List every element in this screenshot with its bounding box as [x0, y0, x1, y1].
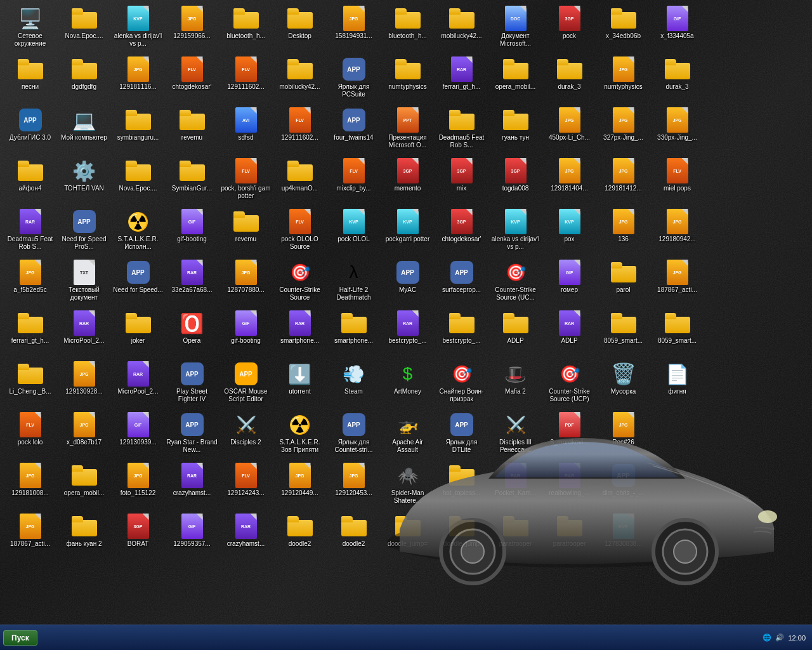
desktop-icon-129181412[interactable]: JPG 129181412...	[596, 156, 650, 206]
desktop-icon-symbianguru[interactable]: symbianguru...	[111, 105, 165, 156]
desktop-icon-counter_strike[interactable]: 🎯 Counter-Strike Source	[273, 257, 327, 308]
desktop-icon-tонtел_van[interactable]: ⚙️ ТОНТЕЛ VAN	[57, 156, 111, 206]
desktop-icon-bestcrypto2[interactable]: bestcrypto_...	[435, 308, 488, 359]
desktop-icon-a_f5b2ed5c[interactable]: JPG a_f5b2ed5c	[3, 257, 57, 308]
desktop-icon-guan_tun[interactable]: гуань тун	[488, 105, 542, 156]
desktop-icon-surfaceprop[interactable]: APP surfaceprop...	[435, 257, 488, 308]
desktop-icon-mobilucky42b[interactable]: mobilucky42...	[435, 3, 488, 54]
desktop-icon-sdfsd[interactable]: AVI sdfsd	[219, 105, 273, 156]
desktop-icon-8059_smart[interactable]: 8059_smart...	[596, 308, 650, 359]
desktop-icon-alenka_vs_dirijav1[interactable]: KVP alenka vs dirijav'l vs p...	[111, 3, 165, 54]
desktop-icon-disciples2[interactable]: ⚔️ Disciples 2	[219, 409, 273, 460]
desktop-icon-play_street[interactable]: APP Play Street Fighter IV	[165, 359, 219, 409]
desktop-icon-togda008[interactable]: 3GP togda008	[488, 156, 542, 206]
desktop-icon-pockgarri[interactable]: KVP pockgarri potter	[381, 206, 435, 257]
desktop-icon-mix[interactable]: 3GP mix	[435, 156, 488, 206]
desktop-icon-129059357[interactable]: GIF 129059357...	[165, 511, 219, 562]
desktop-icon-129111602[interactable]: FLV 129111602...	[219, 54, 273, 105]
desktop-icon-up4kmanO[interactable]: up4kmanO...	[273, 156, 327, 206]
desktop-icon-mobilucky42[interactable]: mobilucky42...	[273, 54, 327, 105]
desktop-icon-crazyhamst2[interactable]: RAR crazyhamst...	[219, 511, 273, 562]
desktop-icon-stalker2[interactable]: ☢️ S.T.A.L.K.E.R. Зов Припяти	[273, 409, 327, 460]
desktop-icon-129124243[interactable]: FLV 129124243...	[219, 460, 273, 511]
desktop-icon-158194931[interactable]: JPG 158194931...	[327, 3, 381, 54]
desktop-icon-pock_lolo[interactable]: FLV pock lolo	[3, 409, 57, 460]
desktop-icon-yarlyk_pcsuite[interactable]: APP Ярлык для PCSuite	[327, 54, 381, 105]
desktop-icon-ferrari_gt_h2[interactable]: RAR ferrari_gt_h...	[435, 54, 488, 105]
desktop-icon-187867_acti[interactable]: JPG 187867_acti...	[3, 511, 57, 562]
desktop-icon-450px_li_ch[interactable]: JPG 450px-Li_Ch...	[542, 105, 596, 156]
desktop-icon-li_cheng[interactable]: Li_Cheng._B...	[3, 359, 57, 409]
desktop-icon-187867_acti2[interactable]: JPG 187867_acti...	[650, 257, 704, 308]
desktop-icon-129111602b[interactable]: FLV 129111602...	[273, 105, 327, 156]
start-button[interactable]: Пуск	[3, 630, 37, 646]
desktop-icon-alenka_vs2[interactable]: KVP alenka vs dirijav'l vs p...	[488, 206, 542, 257]
desktop-icon-deadmau5[interactable]: RAR Deadmau5 Feat Rob S...	[3, 206, 57, 257]
desktop-icon-gif_booting2[interactable]: GIF gif-booting	[219, 308, 273, 359]
tray-volume-icon[interactable]: 🔊	[775, 633, 784, 642]
desktop-icon-utorrent[interactable]: ⬇️ utorrent	[273, 359, 327, 409]
desktop-icon-327px_jing[interactable]: JPG 327px-Jing_...	[596, 105, 650, 156]
desktop-icon-halflife2[interactable]: λ Half-Life 2 Deathmatch	[327, 257, 381, 308]
desktop-icon-numtyphysics2[interactable]: JPG numtyphysics	[596, 54, 650, 105]
desktop-icon-pock_ololo[interactable]: FLV pock OLOLO Source	[273, 206, 327, 257]
desktop-icon-smartphone2[interactable]: smartphone...	[327, 308, 381, 359]
desktop-icon-bluetooth_h[interactable]: bluetooth_h...	[219, 3, 273, 54]
desktop-icon-miel_pops[interactable]: FLV miel pops	[650, 156, 704, 206]
desktop-icon-numtyphysics[interactable]: numtyphysics	[381, 54, 435, 105]
desktop-icon-gif_booting[interactable]: GIF gif-booting	[165, 206, 219, 257]
desktop-icon-8059_smart2[interactable]: 8059_smart...	[650, 308, 704, 359]
desktop-icon-revemu[interactable]: revemu	[165, 105, 219, 156]
desktop-icon-four_twains14[interactable]: APP four_twains14	[327, 105, 381, 156]
desktop-icon-prezentacia[interactable]: PPT Презентация Microsoft O...	[381, 105, 435, 156]
desktop-icon-durak_3[interactable]: durak_3	[542, 54, 596, 105]
desktop-icon-crazyhamst[interactable]: RAR crazyhamst...	[165, 460, 219, 511]
desktop-icon-doc_microsoft[interactable]: DOC Документ Microsoft...	[488, 3, 542, 54]
desktop-icon-129181116[interactable]: JPG 129181116...	[111, 54, 165, 105]
desktop-icon-foto_115122[interactable]: JPG foto_115122	[111, 460, 165, 511]
desktop-icon-nova_epoc[interactable]: Nova.Epoc....	[57, 3, 111, 54]
desktop-icon-micropool_2b[interactable]: RAR MicroPool_2...	[111, 359, 165, 409]
desktop-icon-myac[interactable]: APP MyAC	[381, 257, 435, 308]
desktop-icon-oscar_mouse[interactable]: APP OSCAR Mouse Script Editor	[219, 359, 273, 409]
desktop-icon-x_34edb06b[interactable]: x_34edb06b	[596, 3, 650, 54]
desktop-icon-doodle2[interactable]: doodle2	[273, 511, 327, 562]
desktop-icon-borat[interactable]: 3GP BORAT	[111, 511, 165, 562]
desktop-icon-symbiangur[interactable]: SymbianGur...	[165, 156, 219, 206]
desktop-icon-129130939[interactable]: GIF 129130939...	[111, 409, 165, 460]
desktop-icon-iphone[interactable]: айфон4	[3, 156, 57, 206]
tray-network-icon[interactable]: 🌐	[763, 633, 771, 642]
desktop-icon-desktop[interactable]: Desktop	[273, 3, 327, 54]
desktop-icon-chtogdekosar[interactable]: FLV chtogdekоsar'	[165, 54, 219, 105]
desktop-icon-gomer[interactable]: GIF гомер	[542, 257, 596, 308]
desktop-icon-joker[interactable]: joker	[111, 308, 165, 359]
desktop-icon-chtogdekosar2[interactable]: 3GP chtogdekоsar'	[435, 206, 488, 257]
desktop-icon-fan_kuan2[interactable]: фань куан 2	[57, 511, 111, 562]
desktop-icon-parol[interactable]: parol	[596, 257, 650, 308]
desktop-icon-129120449[interactable]: JPG 129120449...	[273, 460, 327, 511]
desktop-icon-pock_olol[interactable]: KVP pock OLOL	[327, 206, 381, 257]
desktop-icon-network[interactable]: 🖥️ Сетевое окружение	[3, 3, 57, 54]
desktop-icon-cs_source_uc[interactable]: 🎯 Counter-Strike Source (UC...	[488, 257, 542, 308]
desktop-icon-bestcrypto[interactable]: RAR bestcrypto_...	[381, 308, 435, 359]
desktop-icon-memento[interactable]: 3GP memento	[381, 156, 435, 206]
desktop-icon-opera[interactable]: 🅾️ Opera	[165, 308, 219, 359]
desktop-icon-x_f334405a[interactable]: GIF x_f334405a	[650, 3, 704, 54]
desktop-icon-129181008[interactable]: JPG 129181008...	[3, 460, 57, 511]
desktop-icon-opera_mobil[interactable]: opera_mobil...	[57, 460, 111, 511]
desktop-icon-pock[interactable]: 3GP pock	[542, 3, 596, 54]
desktop-icon-ryan_star[interactable]: APP Ryan Star - Brand New...	[165, 409, 219, 460]
desktop-icon-micropool_2[interactable]: RAR MicroPool_2...	[57, 308, 111, 359]
desktop-icon-129180942[interactable]: JPG 129180942...	[650, 206, 704, 257]
desktop-icon-nova_epoc2[interactable]: Nova.Epoc....	[111, 156, 165, 206]
desktop-icon-x_d08e7b17[interactable]: JPG x_d08e7b17	[57, 409, 111, 460]
desktop-icon-129130928[interactable]: JPG 129130928...	[57, 359, 111, 409]
desktop-icon-pox[interactable]: KVP pox	[542, 206, 596, 257]
desktop-icon-text_doc[interactable]: TXT Текстовый документ	[57, 257, 111, 308]
desktop-icon-opera_mobil2[interactable]: opera_mobil...	[488, 54, 542, 105]
desktop-icon-128707880[interactable]: JPG 128707880...	[219, 257, 273, 308]
desktop-icon-smartphone[interactable]: RAR smartphone...	[273, 308, 327, 359]
desktop-icon-adlp[interactable]: ADLP	[488, 308, 542, 359]
desktop-icon-pesni[interactable]: песни	[3, 54, 57, 105]
desktop-icon-revemu2[interactable]: revemu	[219, 206, 273, 257]
